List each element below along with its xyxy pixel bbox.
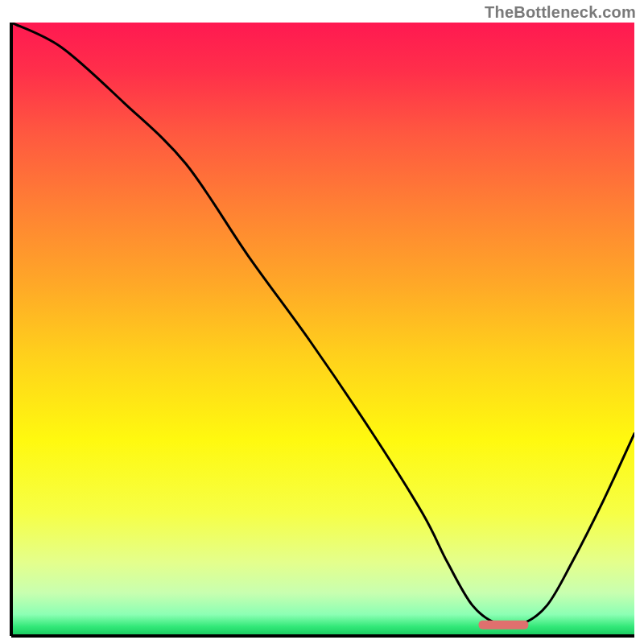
chart-frame: TheBottleneck.com <box>0 0 644 644</box>
bottleneck-chart <box>0 0 644 644</box>
watermark-text: TheBottleneck.com <box>485 3 636 22</box>
gradient-background <box>11 23 634 636</box>
optimal-marker <box>479 621 529 630</box>
